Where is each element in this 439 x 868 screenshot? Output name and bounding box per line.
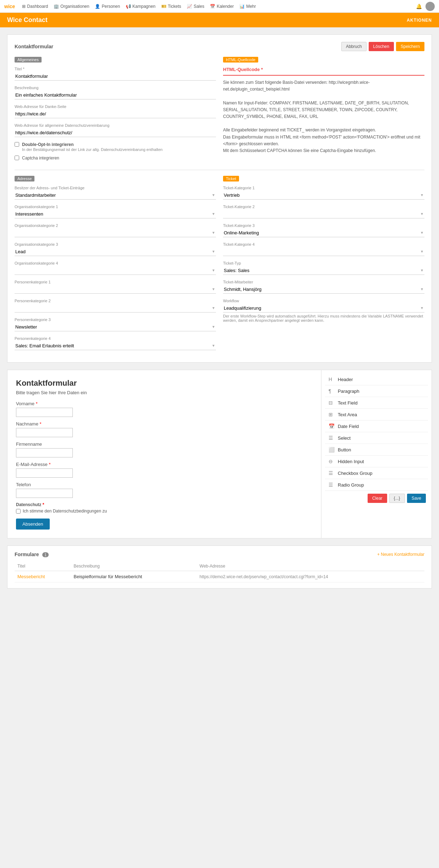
org-icon: 🏢 — [54, 4, 59, 9]
campaign-icon: 📢 — [126, 4, 131, 9]
row-url-link[interactable]: https://demo2.wice-net.de/pserv/wp_conta… — [200, 574, 328, 579]
avatar[interactable] — [426, 2, 435, 11]
formulare-title-area: Formulare 1 — [15, 552, 49, 557]
beschreibung-input[interactable] — [15, 91, 216, 99]
formulare-header: Formulare 1 + Neues Kontaktformular — [15, 552, 424, 557]
ticket-kat2-label: Ticket-Kategorie 2 — [223, 205, 424, 209]
ticket-kat1-select[interactable]: Vertrieb — [223, 191, 424, 200]
double-optin-checkbox[interactable] — [15, 142, 19, 147]
abbruch-button[interactable]: Abbruch — [341, 42, 367, 51]
table-row: Messebericht Beispielformular für Messeb… — [15, 571, 424, 582]
html-badge: HTML-Quellcode — [223, 57, 258, 63]
formulare-table: Titel Beschreibung Web-Adresse Messeberi… — [15, 562, 424, 582]
person-kat4-field: Personenkategorie 4 Sales: Email Erlaubn… — [15, 336, 216, 350]
preview-title: Kontaktformular — [16, 379, 313, 388]
nav-organisationen[interactable]: 🏢 Organisationen — [54, 4, 89, 9]
datenschutz-heading: Datenschutz * — [16, 502, 313, 507]
builder-item-datefield[interactable]: 📅 Date Field — [325, 421, 428, 432]
titel-field: Titel * — [15, 67, 216, 81]
builder-item-textarea[interactable]: ⊞ Text Area — [325, 409, 428, 421]
ticket-kat2-select[interactable] — [223, 210, 424, 218]
absenden-button[interactable]: Absenden — [16, 519, 50, 530]
builder-item-radiogroup[interactable]: ☰ Radio Group — [325, 479, 428, 491]
ticket-typ-select[interactable]: Sales: Sales — [223, 266, 424, 275]
person-kat4-select[interactable]: Sales: Email Erlaubnis erteilt — [15, 342, 216, 350]
nav-kalender[interactable]: 📅 Kalender — [210, 4, 234, 9]
person-kat3-label: Personenkategorie 3 — [15, 318, 216, 322]
ticket-kat4-label: Ticket-Kategorie 4 — [223, 242, 424, 246]
nachname-input[interactable] — [16, 428, 73, 437]
radiogroup-icon: ☰ — [329, 482, 335, 488]
ticket-kat4-field: Ticket-Kategorie 4 — [223, 242, 424, 256]
titel-input[interactable] — [15, 72, 216, 81]
loeschen-button[interactable]: Löschen — [369, 42, 394, 51]
col-titel: Titel — [15, 562, 71, 571]
ticket-kat3-label: Ticket-Kategorie 3 — [223, 223, 424, 228]
person-kat4-label: Personenkategorie 4 — [15, 336, 216, 341]
new-kontaktformular-button[interactable]: + Neues Kontaktformular — [377, 552, 424, 557]
ticket-mitarbeiter-label: Ticket-Mitarbeiter — [223, 280, 424, 284]
code-button[interactable]: {...} — [389, 494, 405, 503]
nav-sales[interactable]: 📈 Sales — [187, 4, 204, 9]
builder-item-header[interactable]: H Header — [325, 374, 428, 385]
email-label: E-Mail-Adresse * — [16, 462, 313, 467]
adresse-section: Adresse Besitzer der Adress- und Ticket-… — [15, 176, 216, 355]
firmenname-input[interactable] — [16, 448, 73, 457]
org-kat1-select[interactable]: Interessenten — [15, 210, 216, 218]
beschreibung-label: Beschreibung — [15, 86, 216, 90]
org-kat4-field: Organisationskategorie 4 — [15, 261, 216, 275]
builder-item-textfield[interactable]: ⊟ Text Field — [325, 397, 428, 409]
col-beschreibung: Beschreibung — [71, 562, 196, 571]
web-datenschutz-input[interactable] — [15, 129, 216, 137]
form-preview: Kontaktformular Bitte tragen Sie hier Ih… — [7, 370, 321, 538]
ticket-mitarbeiter-field: Ticket-Mitarbeiter Schmidt, Hansjörg — [223, 280, 424, 294]
form-panel-header: Kontaktformular Abbruch Löschen Speicher… — [15, 42, 424, 51]
workflow-select[interactable]: Leadqualifizierung — [223, 304, 424, 313]
nav-personen[interactable]: 👤 Personen — [95, 4, 120, 9]
web-danke-input[interactable] — [15, 110, 216, 118]
vorname-input[interactable] — [16, 408, 73, 417]
row-titel-link[interactable]: Messebericht — [17, 574, 45, 579]
builder-item-paragraph[interactable]: ¶ Paragraph — [325, 385, 428, 397]
nav-mehr[interactable]: 📊 Mehr — [239, 4, 256, 9]
hiddeninput-icon: ⊖ — [329, 459, 335, 464]
email-input[interactable] — [16, 468, 73, 478]
captcha-checkbox[interactable] — [15, 156, 19, 160]
person-kat1-select[interactable] — [15, 285, 216, 294]
nav-dashboard[interactable]: ⊞ Dashboard — [22, 4, 48, 9]
nav-kampagnen[interactable]: 📢 Kampagnen — [126, 4, 156, 9]
builder-item-select[interactable]: ☰ Select — [325, 432, 428, 444]
checkboxgroup-icon: ☰ — [329, 470, 335, 476]
org-kat3-select[interactable]: Lead — [15, 248, 216, 256]
datefield-icon: 📅 — [329, 423, 335, 429]
builder-item-hiddeninput[interactable]: ⊖ Hidden Input — [325, 456, 428, 467]
org-kat2-select[interactable] — [15, 229, 216, 237]
telefon-label: Telefon — [16, 482, 313, 487]
builder-item-checkboxgroup[interactable]: ☰ Checkbox Group — [325, 467, 428, 479]
telefon-input[interactable] — [16, 489, 73, 498]
org-kat4-select[interactable] — [15, 266, 216, 275]
nav-tickets[interactable]: 🎫 Tickets — [161, 4, 181, 9]
html-info-text: Sie können zum Start folgende Basis-Date… — [223, 75, 424, 154]
datenschutz-checkbox[interactable] — [16, 509, 21, 514]
person-kat3-select[interactable]: Newsletter — [15, 323, 216, 331]
clear-button[interactable]: Clear — [368, 494, 387, 503]
person-kat2-select[interactable] — [15, 304, 216, 313]
org-kat4-label: Organisationskategorie 4 — [15, 261, 216, 265]
speichern-button[interactable]: Speichern — [396, 42, 424, 51]
besitzer-label: Besitzer der Adress- und Ticket-Einträge — [15, 186, 216, 190]
besitzer-select[interactable]: Standardmitarbeiter — [15, 191, 216, 200]
builder-item-button[interactable]: ⬜ Button — [325, 444, 428, 456]
page-header: Wice Contact AKTIONEN — [0, 13, 439, 27]
ticket-kat3-select[interactable]: Online-Marketing — [223, 229, 424, 237]
formulare-count: 1 — [42, 552, 49, 557]
dashboard-icon: ⊞ — [22, 4, 26, 9]
save-button[interactable]: Save — [407, 494, 426, 503]
bell-icon[interactable]: 🔔 — [416, 4, 422, 9]
aktionen-button[interactable]: AKTIONEN — [407, 18, 432, 23]
allgemein-html-section: Allgemeines Titel * Beschreibung Web-Adr… — [15, 57, 424, 164]
ticket-mitarbeiter-select[interactable]: Schmidt, Hansjörg — [223, 285, 424, 294]
ticket-kat4-select[interactable] — [223, 248, 424, 256]
datenschutz-checkbox-label: Ich stimme den Datenschutzbedingungen zu — [23, 509, 107, 514]
logo[interactable]: wice — [4, 4, 15, 9]
